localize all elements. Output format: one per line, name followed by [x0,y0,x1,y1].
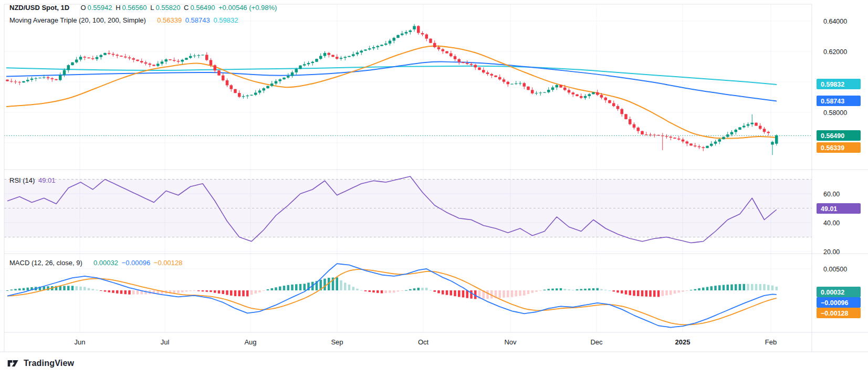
rsi-value: 49.01 [38,176,56,184]
price-axis-badge-text: 0.00032 [821,289,844,296]
price-axis-label: 20.00 [823,248,840,256]
tradingview-logo-icon [7,358,20,369]
open-value: 0.55942 [88,4,112,12]
price-axis-badge-text: 49.01 [821,205,837,213]
ma-title[interactable]: Moving Average Triple (20, 100, 200, Sim… [9,16,146,24]
tradingview-attribution[interactable]: TradingView [7,358,74,369]
price-axis-badge-text: −0.00096 [821,299,849,307]
price-axis-label: 0.58000 [823,109,847,117]
trading-chart-app: 0.640000.620000.5800060.0040.0020.000.00… [0,0,868,377]
rsi-legend[interactable]: RSI (14) 49.01 [9,176,57,184]
time-axis-label: Aug [244,338,256,346]
price-axis-label: 0.62000 [823,48,847,56]
rsi-title[interactable]: RSI (14) [9,176,35,184]
time-axis-label: Jul [161,338,170,346]
low-label: L [150,4,154,12]
time-axis-label: Dec [590,338,603,346]
price-axis-badge-text: −0.00128 [821,310,849,317]
time-axis-label: Feb [765,338,777,346]
macd-hist-value: 0.00032 [93,259,118,267]
ma20-value: 0.56339 [157,16,182,24]
high-label: H [116,4,120,12]
time-axis-label: Nov [504,338,517,346]
time-axis-label: Jun [75,338,86,346]
tradingview-logo-text: TradingView [24,359,74,368]
price-axis-label: 0.64000 [823,18,847,25]
macd-signal-value: −0.00128 [154,259,183,267]
chart-canvas[interactable]: 0.640000.620000.5800060.0040.0020.000.00… [0,0,868,377]
macd-line-value: −0.00096 [122,259,151,267]
price-axis-badge-text: 0.58743 [821,98,844,105]
time-axis-label: 2025 [675,338,691,346]
low-value: 0.55820 [155,4,180,12]
price-axis-badge-text: 0.56339 [821,144,844,152]
price-axis-label: 60.00 [823,191,840,198]
price-axis-label: 0.00500 [823,266,847,273]
time-axis-label: Sep [331,338,343,346]
price-axis-label: 40.00 [823,219,840,227]
price-axis-badge-text: 0.59832 [821,81,844,88]
ma-legend[interactable]: Moving Average Triple (20, 100, 200, Sim… [9,16,239,24]
open-label: O [80,4,86,12]
symbol-legend[interactable]: NZD/USD Spot, 1D O0.55942 H0.56560 L0.55… [9,4,278,12]
macd-title[interactable]: MACD (12, 26, close, 9) [9,259,82,267]
ma200-value: 0.59832 [213,16,238,24]
high-value: 0.56560 [122,4,147,12]
price-axis-badge-text: 0.56490 [821,132,844,140]
time-axis-label: Oct [418,338,429,346]
ma100-value: 0.58743 [185,16,210,24]
close-label: C [184,4,189,12]
close-value: 0.56490 [190,4,215,12]
change-value: +0.00546 (+0.98%) [218,4,277,12]
symbol-title[interactable]: NZD/USD Spot, 1D [9,4,69,12]
macd-legend[interactable]: MACD (12, 26, close, 9) 0.00032 −0.00096… [9,259,184,267]
